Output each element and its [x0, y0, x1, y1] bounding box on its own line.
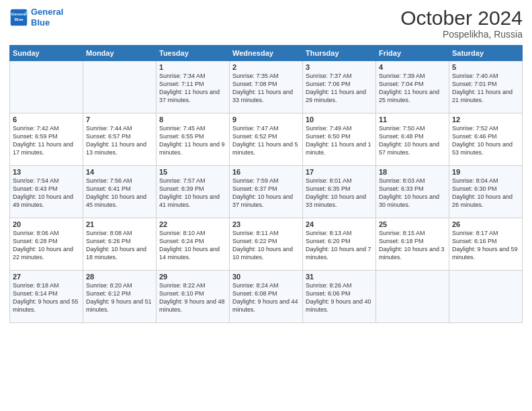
calendar-cell: 4Sunrise: 7:39 AM Sunset: 7:04 PM Daylig…: [376, 61, 449, 113]
cell-info: Sunrise: 8:20 AM Sunset: 6:12 PM Dayligh…: [86, 281, 153, 314]
col-wednesday: Wednesday: [230, 46, 303, 61]
calendar-cell: [10, 61, 83, 113]
cell-info: Sunrise: 7:54 AM Sunset: 6:43 PM Dayligh…: [13, 177, 80, 210]
calendar-cell: [449, 271, 523, 323]
cell-info: Sunrise: 7:37 AM Sunset: 7:06 PM Dayligh…: [306, 72, 373, 105]
calendar-cell: [83, 61, 157, 113]
col-tuesday: Tuesday: [157, 46, 230, 61]
cell-info: Sunrise: 8:01 AM Sunset: 6:35 PM Dayligh…: [306, 177, 373, 210]
calendar-cell: 23Sunrise: 8:11 AM Sunset: 6:22 PM Dayli…: [230, 218, 303, 271]
cell-info: Sunrise: 8:11 AM Sunset: 6:22 PM Dayligh…: [232, 229, 300, 262]
col-thursday: Thursday: [303, 46, 376, 61]
cell-info: Sunrise: 7:40 AM Sunset: 7:01 PM Dayligh…: [452, 72, 519, 105]
cell-info: Sunrise: 7:42 AM Sunset: 6:59 PM Dayligh…: [13, 124, 80, 157]
day-number: 9: [232, 116, 300, 124]
day-number: 10: [306, 116, 373, 124]
calendar-row: 1Sunrise: 7:34 AM Sunset: 7:11 PM Daylig…: [10, 61, 523, 113]
day-number: 28: [86, 273, 153, 281]
calendar-cell: 3Sunrise: 7:37 AM Sunset: 7:06 PM Daylig…: [303, 61, 376, 113]
cell-info: Sunrise: 7:57 AM Sunset: 6:39 PM Dayligh…: [159, 177, 226, 210]
day-number: 17: [306, 168, 373, 176]
day-number: 15: [159, 168, 226, 176]
calendar-cell: 10Sunrise: 7:49 AM Sunset: 6:50 PM Dayli…: [303, 113, 376, 166]
day-number: 30: [232, 273, 300, 281]
calendar-table: Sunday Monday Tuesday Wednesday Thursday…: [9, 45, 523, 323]
cell-info: Sunrise: 8:13 AM Sunset: 6:20 PM Dayligh…: [306, 229, 373, 262]
calendar-cell: 18Sunrise: 8:03 AM Sunset: 6:33 PM Dayli…: [376, 166, 449, 218]
day-number: 21: [86, 220, 153, 228]
header-row: Sunday Monday Tuesday Wednesday Thursday…: [10, 46, 523, 61]
day-number: 7: [86, 116, 153, 124]
cell-info: Sunrise: 8:08 AM Sunset: 6:26 PM Dayligh…: [86, 229, 153, 262]
calendar-cell: 9Sunrise: 7:47 AM Sunset: 6:52 PM Daylig…: [230, 113, 303, 166]
calendar-cell: 21Sunrise: 8:08 AM Sunset: 6:26 PM Dayli…: [83, 218, 157, 271]
logo: General Blue General Blue: [9, 7, 63, 28]
day-number: 27: [13, 273, 80, 281]
calendar-cell: 30Sunrise: 8:24 AM Sunset: 6:08 PM Dayli…: [230, 271, 303, 323]
cell-info: Sunrise: 7:50 AM Sunset: 6:48 PM Dayligh…: [379, 124, 446, 157]
calendar-cell: 20Sunrise: 8:06 AM Sunset: 6:28 PM Dayli…: [10, 218, 83, 271]
calendar-row: 6Sunrise: 7:42 AM Sunset: 6:59 PM Daylig…: [10, 113, 523, 166]
cell-info: Sunrise: 8:26 AM Sunset: 6:06 PM Dayligh…: [306, 281, 373, 314]
cell-info: Sunrise: 7:39 AM Sunset: 7:04 PM Dayligh…: [379, 72, 446, 105]
day-number: 26: [452, 220, 519, 228]
calendar-cell: 22Sunrise: 8:10 AM Sunset: 6:24 PM Dayli…: [157, 218, 230, 271]
day-number: 14: [86, 168, 153, 176]
day-number: 4: [379, 63, 446, 71]
cell-info: Sunrise: 7:45 AM Sunset: 6:55 PM Dayligh…: [159, 124, 226, 157]
day-number: 3: [306, 63, 373, 71]
calendar-cell: 28Sunrise: 8:20 AM Sunset: 6:12 PM Dayli…: [83, 271, 157, 323]
day-number: 5: [452, 63, 519, 71]
day-number: 19: [452, 168, 519, 176]
logo-line1: General: [31, 7, 63, 17]
logo-icon: General Blue: [9, 8, 28, 27]
cell-info: Sunrise: 7:35 AM Sunset: 7:08 PM Dayligh…: [232, 72, 300, 105]
calendar-cell: 31Sunrise: 8:26 AM Sunset: 6:06 PM Dayli…: [303, 271, 376, 323]
cell-info: Sunrise: 7:44 AM Sunset: 6:57 PM Dayligh…: [86, 124, 153, 157]
svg-text:Blue: Blue: [14, 17, 24, 21]
calendar-cell: 24Sunrise: 8:13 AM Sunset: 6:20 PM Dayli…: [303, 218, 376, 271]
month-title: October 2024: [400, 7, 523, 29]
cell-info: Sunrise: 7:52 AM Sunset: 6:46 PM Dayligh…: [452, 124, 519, 157]
calendar-page: General Blue General Blue October 2024 P…: [0, 0, 532, 411]
calendar-cell: 16Sunrise: 7:59 AM Sunset: 6:37 PM Dayli…: [230, 166, 303, 218]
calendar-cell: 8Sunrise: 7:45 AM Sunset: 6:55 PM Daylig…: [157, 113, 230, 166]
cell-info: Sunrise: 8:10 AM Sunset: 6:24 PM Dayligh…: [159, 229, 226, 262]
calendar-cell: 25Sunrise: 8:15 AM Sunset: 6:18 PM Dayli…: [376, 218, 449, 271]
calendar-row: 27Sunrise: 8:18 AM Sunset: 6:14 PM Dayli…: [10, 271, 523, 323]
cell-info: Sunrise: 8:06 AM Sunset: 6:28 PM Dayligh…: [13, 229, 80, 262]
cell-info: Sunrise: 8:15 AM Sunset: 6:18 PM Dayligh…: [379, 229, 446, 262]
svg-text:General: General: [11, 11, 27, 16]
calendar-cell: 7Sunrise: 7:44 AM Sunset: 6:57 PM Daylig…: [83, 113, 157, 166]
cell-info: Sunrise: 8:04 AM Sunset: 6:30 PM Dayligh…: [452, 177, 519, 210]
calendar-cell: 17Sunrise: 8:01 AM Sunset: 6:35 PM Dayli…: [303, 166, 376, 218]
title-block: October 2024 Pospelikha, Russia: [400, 7, 523, 40]
logo-text: General Blue: [31, 7, 63, 28]
calendar-cell: 12Sunrise: 7:52 AM Sunset: 6:46 PM Dayli…: [449, 113, 523, 166]
day-number: 25: [379, 220, 446, 228]
calendar-cell: 26Sunrise: 8:17 AM Sunset: 6:16 PM Dayli…: [449, 218, 523, 271]
day-number: 8: [159, 116, 226, 124]
cell-info: Sunrise: 8:03 AM Sunset: 6:33 PM Dayligh…: [379, 177, 446, 210]
calendar-cell: 15Sunrise: 7:57 AM Sunset: 6:39 PM Dayli…: [157, 166, 230, 218]
day-number: 11: [379, 116, 446, 124]
col-friday: Friday: [376, 46, 449, 61]
calendar-cell: 14Sunrise: 7:56 AM Sunset: 6:41 PM Dayli…: [83, 166, 157, 218]
calendar-cell: 5Sunrise: 7:40 AM Sunset: 7:01 PM Daylig…: [449, 61, 523, 113]
cell-info: Sunrise: 7:59 AM Sunset: 6:37 PM Dayligh…: [232, 177, 300, 210]
cell-info: Sunrise: 8:18 AM Sunset: 6:14 PM Dayligh…: [13, 281, 80, 314]
cell-info: Sunrise: 7:56 AM Sunset: 6:41 PM Dayligh…: [86, 177, 153, 210]
day-number: 18: [379, 168, 446, 176]
cell-info: Sunrise: 8:24 AM Sunset: 6:08 PM Dayligh…: [232, 281, 300, 314]
day-number: 2: [232, 63, 300, 71]
col-sunday: Sunday: [10, 46, 83, 61]
day-number: 16: [232, 168, 300, 176]
day-number: 6: [13, 116, 80, 124]
cell-info: Sunrise: 7:47 AM Sunset: 6:52 PM Dayligh…: [232, 124, 300, 157]
day-number: 12: [452, 116, 519, 124]
calendar-cell: 2Sunrise: 7:35 AM Sunset: 7:08 PM Daylig…: [230, 61, 303, 113]
calendar-row: 20Sunrise: 8:06 AM Sunset: 6:28 PM Dayli…: [10, 218, 523, 271]
day-number: 1: [159, 63, 226, 71]
day-number: 23: [232, 220, 300, 228]
calendar-cell: 1Sunrise: 7:34 AM Sunset: 7:11 PM Daylig…: [157, 61, 230, 113]
